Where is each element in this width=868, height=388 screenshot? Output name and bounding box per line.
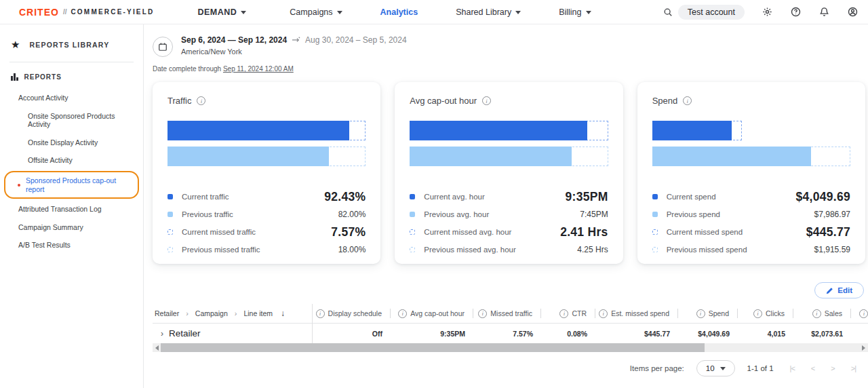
info-icon[interactable]: i (859, 309, 868, 318)
cell-est-missed-spend: $445.77 (644, 330, 670, 338)
horizontal-scrollbar[interactable] (153, 343, 868, 352)
column-header-clicks[interactable]: i Clicks (738, 309, 793, 318)
date-range-current[interactable]: Sep 6, 2024 — Sep 12, 2024 (181, 35, 287, 45)
sidebar-item-campaign-summary[interactable]: Campaign Summary (0, 218, 143, 237)
legend-value: 9:35PM (566, 190, 608, 204)
sidebar-item-attributed-transaction-log[interactable]: Attributed Transaction Log (0, 200, 143, 218)
info-icon[interactable]: i (478, 309, 487, 318)
edit-button[interactable]: Edit (814, 282, 864, 298)
legend-value: $4,049.69 (795, 190, 850, 204)
last-page-icon[interactable]: >| (851, 364, 856, 372)
sidebar-item-onsite-display-activity[interactable]: Onsite Display Activity (0, 134, 143, 152)
info-icon[interactable]: i (398, 309, 407, 318)
previous-hour-bar (410, 147, 608, 166)
user-avatar-icon[interactable] (846, 6, 859, 18)
scrollbar-thumb[interactable] (161, 343, 705, 352)
previous-page-icon[interactable]: < (811, 364, 814, 372)
nav-analytics[interactable]: Analytics (380, 7, 418, 17)
nav-demand-selector[interactable]: DEMAND (197, 7, 246, 17)
legend-label: Previous spend (667, 210, 806, 218)
cell-clicks: 4,015 (768, 330, 785, 338)
scroll-left-icon[interactable] (155, 345, 159, 351)
scroll-right-icon[interactable] (862, 345, 865, 351)
info-icon[interactable]: i (812, 309, 821, 318)
sidebar-item-onsite-sponsored-products-activity[interactable]: Onsite Sponsored Products Activity (0, 107, 143, 134)
help-icon[interactable] (789, 6, 802, 18)
gear-icon[interactable] (761, 6, 773, 18)
expand-row-icon[interactable]: › (161, 329, 163, 338)
sidebar-item-offsite-activity[interactable]: Offsite Activity (0, 151, 143, 170)
card-title: Avg cap-out hour (410, 96, 477, 106)
nav-shared-library[interactable]: Shared Library (456, 7, 521, 17)
chevron-down-icon (515, 11, 521, 14)
bell-icon[interactable] (818, 6, 830, 18)
header-retailer[interactable]: Retailer (155, 309, 179, 317)
legend-label: Current spend (667, 193, 787, 201)
next-page-icon[interactable]: > (831, 364, 834, 372)
page-range-label: 1-1 of 1 (747, 364, 774, 372)
previous-traffic-bar (167, 147, 366, 166)
calendar-icon[interactable] (153, 37, 173, 57)
kpi-card-avg-cap-out-hour: Avg cap-out hour i Current avg. hour 9:3… (395, 82, 623, 264)
column-header-est-missed-spend[interactable]: i Est. missed spend (595, 309, 678, 318)
legend-value: 7.57% (331, 225, 366, 239)
info-icon[interactable]: i (197, 96, 205, 105)
data-completeness-note: Date complete through Sep 11, 2024 12:00… (144, 57, 868, 73)
info-icon[interactable]: i (696, 309, 705, 318)
sidebar-item-ab-test-results[interactable]: A/B Test Results (0, 236, 143, 254)
legend-label: Previous avg. hour (424, 210, 571, 218)
sidebar-item-reports-library[interactable]: ★ REPORTS LIBRARY (0, 39, 143, 50)
column-header-spend[interactable]: i Spend (678, 309, 738, 318)
pagination-bar: Items per page: 10 1-1 of 1 |< < > >| (144, 352, 868, 376)
column-header-display-schedule[interactable]: i Display schedule (313, 309, 391, 318)
column-header-missed-traffic[interactable]: i Missed traffic (473, 309, 541, 318)
search-icon[interactable] (662, 6, 674, 18)
info-icon[interactable]: i (599, 309, 608, 318)
legend-row: Current missed spend $445.77 (652, 223, 850, 241)
sidebar-item-account-activity[interactable]: Account Activity (0, 89, 143, 107)
info-icon[interactable]: i (316, 309, 325, 318)
brand-separator: // (63, 8, 67, 16)
brand-logo[interactable]: CRITEO // COMMERCE-YIELD (19, 7, 154, 18)
cell-avg-cap-out-hour: 9:35PM (440, 330, 465, 338)
legend-label: Current missed traffic (182, 228, 322, 236)
column-header-avg-cap-out-hour[interactable]: i Avg cap-out hour (391, 309, 473, 318)
unread-dot-icon (18, 184, 20, 187)
column-header-ctr[interactable]: i CTR (541, 309, 595, 318)
first-page-icon[interactable]: |< (790, 364, 795, 372)
previous-spend-bar (652, 147, 850, 166)
chevron-down-icon (720, 367, 726, 370)
legend-label: Previous missed avg. hour (424, 246, 568, 254)
header-line-item[interactable]: Line item (243, 309, 273, 317)
legend-value: 7:45PM (580, 210, 608, 219)
column-header-impressions[interactable]: i Impressions (851, 309, 868, 318)
header-campaign[interactable]: Campaign (195, 309, 228, 317)
info-icon[interactable]: i (753, 309, 762, 318)
cell-display-schedule: Off (372, 330, 382, 338)
active-report-label: Sponsored Products cap-out report (26, 176, 132, 193)
cell-ctr: 0.08% (567, 330, 587, 338)
info-icon[interactable]: i (482, 96, 491, 105)
previous-missed-swatch-icon (410, 247, 415, 252)
card-title: Spend (652, 96, 678, 106)
complete-date-link[interactable]: Sep 11, 2024 12:00 AM (223, 65, 294, 73)
chevron-down-icon (586, 11, 591, 14)
nav-billing[interactable]: Billing (559, 7, 591, 17)
complete-prefix: Date complete through (153, 65, 221, 73)
bar-chart-icon (11, 73, 18, 81)
kpi-card-traffic: Traffic i Current traffic 92.43% Previou… (153, 82, 380, 264)
page-size-select[interactable]: 10 (696, 360, 735, 376)
legend-value: $1,915.59 (814, 245, 850, 254)
account-selector[interactable]: Test account (678, 5, 745, 20)
column-header-sales[interactable]: i Sales (793, 309, 851, 318)
info-icon[interactable]: i (559, 309, 568, 318)
criteo-logo: CRITEO (19, 7, 59, 18)
cell-spend: $4,049.69 (698, 330, 730, 338)
sidebar-item-sponsored-products-cap-out-report[interactable]: Sponsored Products cap-out report (4, 171, 139, 199)
info-icon[interactable]: i (683, 96, 692, 105)
sort-descending-icon[interactable]: ↓ (281, 309, 285, 318)
row-retailer-label[interactable]: Retailer (169, 328, 201, 338)
nav-campaigns[interactable]: Campaigns (290, 7, 342, 17)
legend-row: Previous missed avg. hour 4.25 Hrs (410, 241, 608, 258)
top-navigation: CRITEO // COMMERCE-YIELD DEMAND Campaign… (0, 0, 868, 24)
